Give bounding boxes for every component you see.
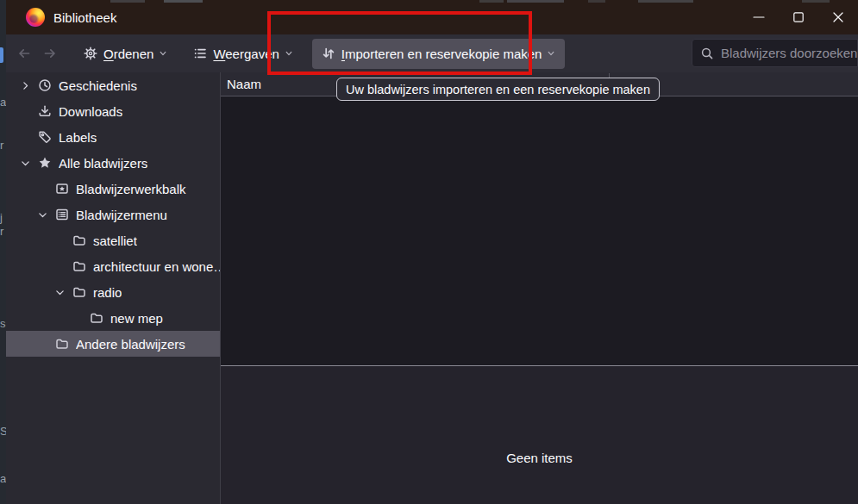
content: Geschiedenis Downloads Labels Alle bladw… [6,72,858,504]
maximize-icon [792,10,805,24]
sidebar-item-radio[interactable]: radio [6,279,220,305]
import-backup-button[interactable]: Importeren en reservekopie maken [312,39,566,69]
twisty [54,233,72,247]
twisty [20,130,38,144]
sidebar-item-labels[interactable]: Labels [6,124,220,150]
twisty [37,182,55,196]
background-artifact [479,0,504,3]
chevron-down-icon [285,49,293,58]
twisty [20,104,38,118]
window-title: Bibliotheek [53,10,116,25]
chevron-down-icon [159,49,167,58]
main-panel: Naam Geen items [221,72,858,504]
back-button[interactable] [11,40,37,66]
folder-icon [90,311,105,325]
background-text-fragment: S [0,426,6,437]
view-list-icon [193,47,207,60]
background-artifact [164,0,203,3]
sidebar-item-label: Bladwijzerwerkbalk [76,182,186,196]
tag-icon [38,130,53,144]
titlebar: Bibliotheek [6,0,858,34]
sidebar-item-architectuur-en-wone[interactable]: architectuur en wone… [6,253,220,279]
firefox-logo-icon [26,8,45,27]
chevron-down-icon[interactable] [54,285,72,299]
sidebar-item-satelliet[interactable]: satelliet [6,227,220,253]
minimize-icon [752,10,766,24]
screen: arjrsSa Bibliotheek Ordenen [0,0,858,504]
close-button[interactable] [818,0,858,34]
organize-button[interactable]: Ordenen [77,39,174,68]
twisty [37,337,55,351]
sidebar-item-bladwijzermenu[interactable]: Bladwijzermenu [6,202,220,227]
sidebar-item-alle-bladwijzers[interactable]: Alle bladwijzers [6,150,220,176]
bookmarks-search-field[interactable]: Bladwijzers doorzoeken [692,39,858,67]
search-placeholder: Bladwijzers doorzoeken [721,46,857,60]
sidebar: Geschiedenis Downloads Labels Alle bladw… [6,72,221,504]
import-backup-label: Importeren en reservekopie maken [341,47,542,61]
folder-icon [55,337,71,351]
bookmarks-menu-icon [55,208,71,221]
back-arrow-icon [17,47,31,60]
import-export-icon [322,47,335,60]
bookmarks-toolbar-icon [55,182,71,196]
folder-icon [72,233,88,247]
sidebar-item-label: Labels [59,130,97,145]
views-label: Weergaven [213,47,279,61]
background-artifact [588,0,605,3]
background-artifact [802,0,830,3]
twisty [54,259,72,273]
background-artifact [638,0,693,3]
chevron-right-icon[interactable] [20,78,38,92]
background-text-fragment: j [0,212,6,223]
window-controls [739,0,858,34]
forward-button[interactable] [37,40,63,66]
sidebar-item-bladwijzerwerkbalk[interactable]: Bladwijzerwerkbalk [6,176,220,202]
empty-message: Geen items [506,451,573,504]
background-text-fragment: s [0,318,6,329]
gear-icon [84,47,97,60]
organize-label: Ordenen [103,47,153,61]
close-icon [831,10,845,24]
maximize-button[interactable] [779,0,818,34]
sidebar-item-new-mep[interactable]: new mep [6,305,220,331]
views-button[interactable]: Weergaven [186,39,299,68]
download-icon [38,104,53,118]
sidebar-item-label: architectuur en wone… [93,259,220,274]
sidebar-item-label: Bladwijzermenu [76,208,167,222]
toolbar: Ordenen Weergaven Importeren en reservek… [6,34,858,72]
background-text-fragment: r [0,226,6,237]
sidebar-item-label: Alle bladwijzers [59,156,147,171]
background-artifact [507,0,564,3]
clock-icon [38,78,53,92]
search-icon [700,47,714,60]
column-header-naam[interactable]: Naam [227,77,261,91]
library-window: Bibliotheek Ordenen Weergaven [6,0,858,504]
star-icon [38,156,53,170]
folder-icon [72,285,88,299]
background-window-strip: arjrsSa [0,0,6,504]
twisty [72,311,90,325]
sidebar-item-label: Andere bladwijzers [76,337,185,352]
background-text-fragment: r [0,140,6,151]
sidebar-item-downloads[interactable]: Downloads [6,98,220,124]
sidebar-item-label: Geschiedenis [59,78,137,93]
sidebar-item-label: satelliet [93,233,137,248]
background-text-fragment: a [0,96,6,108]
sidebar-item-label: new mep [110,311,163,326]
chevron-down-icon[interactable] [20,156,38,170]
chevron-down-icon[interactable] [37,208,55,221]
sidebar-item-geschiedenis[interactable]: Geschiedenis [6,72,220,98]
background-window-accent [0,47,3,63]
background-artifact [110,0,145,3]
sidebar-item-andere-bladwijzers[interactable]: Andere bladwijzers [6,331,220,357]
chevron-down-icon [547,49,555,58]
tooltip: Uw bladwijzers importeren en een reserve… [336,78,660,101]
forward-arrow-icon [43,47,57,60]
bookmark-list-area[interactable] [221,96,858,365]
folder-icon [72,259,88,273]
sidebar-item-label: Downloads [59,104,122,119]
detail-pane: Geen items [221,366,858,504]
sidebar-item-label: radio [93,285,122,300]
background-text-fragment: a [0,473,6,484]
minimize-button[interactable] [739,0,779,34]
